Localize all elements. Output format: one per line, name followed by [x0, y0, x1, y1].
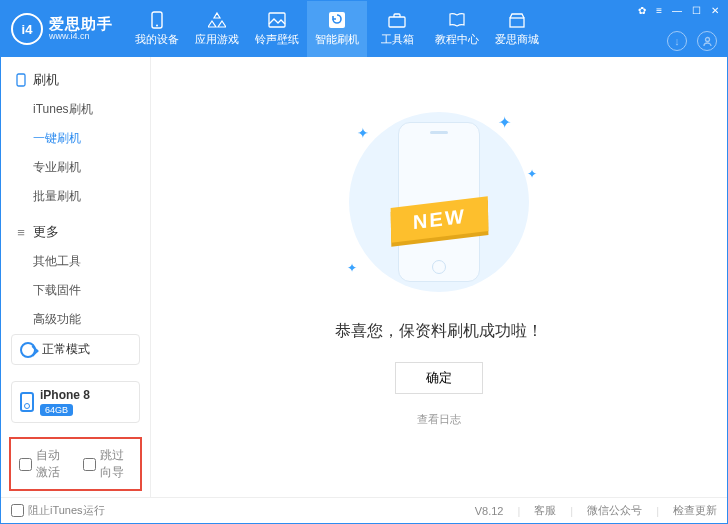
maximize-icon[interactable]: ☐: [690, 5, 703, 16]
nav-my-device[interactable]: 我的设备: [127, 1, 187, 57]
divider: |: [570, 505, 573, 517]
nav-flash[interactable]: 智能刷机: [307, 1, 367, 57]
apps-icon: [208, 11, 226, 29]
checkbox-block-itunes[interactable]: 阻止iTunes运行: [11, 503, 105, 518]
sidebar-item-itunes-flash[interactable]: iTunes刷机: [33, 101, 150, 118]
sidebar-head-label: 刷机: [33, 71, 59, 89]
checkbox-label: 跳过向导: [100, 447, 133, 481]
device-icon: [20, 392, 34, 412]
phone-outline-icon: [15, 73, 27, 87]
checkbox-input[interactable]: [11, 504, 24, 517]
nav-label: 应用游戏: [195, 32, 239, 47]
nav-apps[interactable]: 应用游戏: [187, 1, 247, 57]
sidebar: 刷机 iTunes刷机 一键刷机 专业刷机 批量刷机 ≡ 更多: [1, 57, 151, 497]
nav-store[interactable]: 爱思商城: [487, 1, 547, 57]
user-icon[interactable]: [697, 31, 717, 51]
sparkle-icon: ✦: [498, 113, 511, 132]
mode-box[interactable]: 正常模式: [11, 334, 140, 365]
refresh-circle-icon: [20, 342, 36, 358]
sparkle-icon: ✦: [527, 167, 537, 181]
success-illustration: ✦ ✦ ✦ ✦ NEW: [329, 107, 549, 297]
device-info: iPhone 8 64GB: [40, 388, 90, 416]
top-nav: 我的设备 应用游戏 铃声壁纸 智能刷机 工具箱 教程中心: [127, 1, 547, 57]
nav-label: 铃声壁纸: [255, 32, 299, 47]
window-controls: ✿ ≡ — ☐ ✕: [636, 5, 721, 16]
close-icon[interactable]: ✕: [709, 5, 721, 16]
checkbox-auto-activate[interactable]: 自动激活: [19, 447, 69, 481]
mode-label: 正常模式: [42, 341, 90, 358]
image-icon: [268, 11, 286, 29]
sidebar-item-batch-flash[interactable]: 批量刷机: [33, 188, 150, 205]
sidebar-item-pro-flash[interactable]: 专业刷机: [33, 159, 150, 176]
nav-toolbox[interactable]: 工具箱: [367, 1, 427, 57]
logo-area: i4 爱思助手 www.i4.cn: [1, 1, 127, 57]
minimize-icon[interactable]: —: [670, 5, 684, 16]
checkbox-input[interactable]: [19, 458, 32, 471]
version-label: V8.12: [475, 505, 504, 517]
nav-label: 工具箱: [381, 32, 414, 47]
support-link[interactable]: 客服: [534, 503, 556, 518]
toolbox-icon: [388, 11, 406, 29]
sidebar-head-more[interactable]: ≡ 更多: [1, 219, 150, 245]
sidebar-item-advanced[interactable]: 高级功能: [33, 311, 150, 326]
nav-label: 爱思商城: [495, 32, 539, 47]
success-message: 恭喜您，保资料刷机成功啦！: [335, 321, 543, 342]
device-capacity-badge: 64GB: [40, 404, 73, 416]
svg-rect-7: [17, 74, 25, 86]
divider: |: [517, 505, 520, 517]
view-log-link[interactable]: 查看日志: [417, 412, 461, 427]
nav-tutorials[interactable]: 教程中心: [427, 1, 487, 57]
logo-text: 爱思助手 www.i4.cn: [49, 16, 113, 42]
refresh-icon: [328, 11, 346, 29]
status-bar: 阻止iTunes运行 V8.12 | 客服 | 微信公众号 | 检查更新: [1, 497, 727, 523]
main-pane: ✦ ✦ ✦ ✦ NEW 恭喜您，保资料刷机成功啦！ 确定 查看日志: [151, 57, 727, 497]
status-right: V8.12 | 客服 | 微信公众号 | 检查更新: [475, 503, 717, 518]
app-title: 爱思助手: [49, 16, 113, 33]
sidebar-section-more: ≡ 更多 其他工具 下载固件 高级功能: [1, 219, 150, 326]
checkbox-input[interactable]: [83, 458, 96, 471]
sidebar-item-other-tools[interactable]: 其他工具: [33, 253, 150, 270]
phone-icon: [148, 11, 166, 29]
download-icon[interactable]: ↓: [667, 31, 687, 51]
svg-point-6: [705, 37, 709, 41]
app-window: i4 爱思助手 www.i4.cn 我的设备 应用游戏 铃声壁纸 智能刷机: [0, 0, 728, 524]
skin-icon[interactable]: ✿: [636, 5, 648, 16]
body: 刷机 iTunes刷机 一键刷机 专业刷机 批量刷机 ≡ 更多: [1, 57, 727, 497]
device-box[interactable]: iPhone 8 64GB: [11, 381, 140, 423]
store-icon: [508, 11, 526, 29]
device-name: iPhone 8: [40, 388, 90, 402]
sidebar-head-label: 更多: [33, 223, 59, 241]
sidebar-item-onekey-flash[interactable]: 一键刷机: [33, 130, 150, 147]
nav-label: 智能刷机: [315, 32, 359, 47]
titlebar: i4 爱思助手 www.i4.cn 我的设备 应用游戏 铃声壁纸 智能刷机: [1, 1, 727, 57]
sparkle-icon: ✦: [357, 125, 369, 141]
menu-icon[interactable]: ≡: [654, 5, 664, 16]
svg-rect-4: [389, 17, 405, 27]
svg-rect-5: [510, 18, 524, 27]
sidebar-scroll[interactable]: 刷机 iTunes刷机 一键刷机 专业刷机 批量刷机 ≡ 更多: [1, 57, 150, 326]
options-highlight-box: 自动激活 跳过向导: [9, 437, 142, 491]
svg-point-1: [156, 25, 158, 27]
checkbox-label: 自动激活: [36, 447, 69, 481]
book-icon: [448, 11, 466, 29]
divider: |: [656, 505, 659, 517]
user-controls: ↓: [667, 31, 717, 51]
app-subtitle: www.i4.cn: [49, 32, 113, 42]
nav-ringtones[interactable]: 铃声壁纸: [247, 1, 307, 57]
logo-icon: i4: [11, 13, 43, 45]
sidebar-item-download-fw[interactable]: 下载固件: [33, 282, 150, 299]
sidebar-head-flash[interactable]: 刷机: [1, 67, 150, 93]
checkbox-label: 阻止iTunes运行: [28, 503, 105, 518]
sidebar-section-flash: 刷机 iTunes刷机 一键刷机 专业刷机 批量刷机: [1, 67, 150, 205]
nav-label: 教程中心: [435, 32, 479, 47]
svg-rect-2: [269, 13, 285, 27]
check-update-link[interactable]: 检查更新: [673, 503, 717, 518]
hamburger-icon: ≡: [15, 225, 27, 240]
wechat-link[interactable]: 微信公众号: [587, 503, 642, 518]
ok-button[interactable]: 确定: [395, 362, 483, 394]
nav-label: 我的设备: [135, 32, 179, 47]
sparkle-icon: ✦: [347, 261, 357, 275]
checkbox-skip-guide[interactable]: 跳过向导: [83, 447, 133, 481]
